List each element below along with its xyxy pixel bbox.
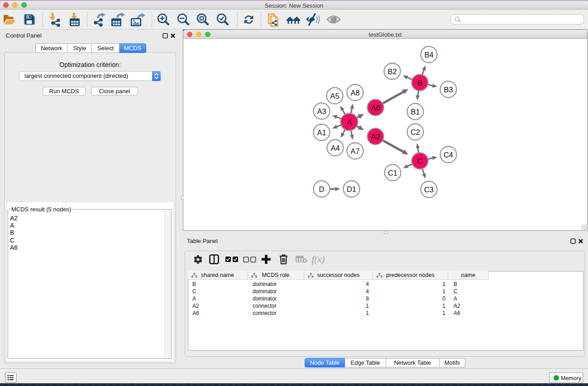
svg-text:D1: D1 [347, 185, 356, 193]
svg-text:C: C [417, 157, 423, 165]
svg-text:C4: C4 [444, 151, 453, 159]
svg-text:B1: B1 [411, 108, 420, 116]
svg-text:A7: A7 [350, 147, 359, 155]
svg-text:A3: A3 [317, 107, 326, 115]
svg-text:C1: C1 [388, 169, 397, 177]
svg-text:B3: B3 [444, 86, 453, 94]
svg-text:A1: A1 [317, 129, 326, 137]
svg-text:C3: C3 [424, 186, 434, 194]
svg-text:A5: A5 [330, 92, 339, 100]
svg-text:B: B [417, 79, 422, 87]
svg-text:C2: C2 [411, 128, 420, 136]
svg-text:D: D [319, 185, 325, 193]
svg-text:A6: A6 [371, 104, 380, 112]
svg-text:A8: A8 [350, 89, 359, 97]
svg-text:A: A [347, 118, 352, 126]
svg-text:B4: B4 [424, 51, 433, 59]
svg-text:B2: B2 [387, 67, 397, 76]
svg-text:A4: A4 [330, 144, 339, 152]
svg-text:A2: A2 [371, 133, 380, 141]
